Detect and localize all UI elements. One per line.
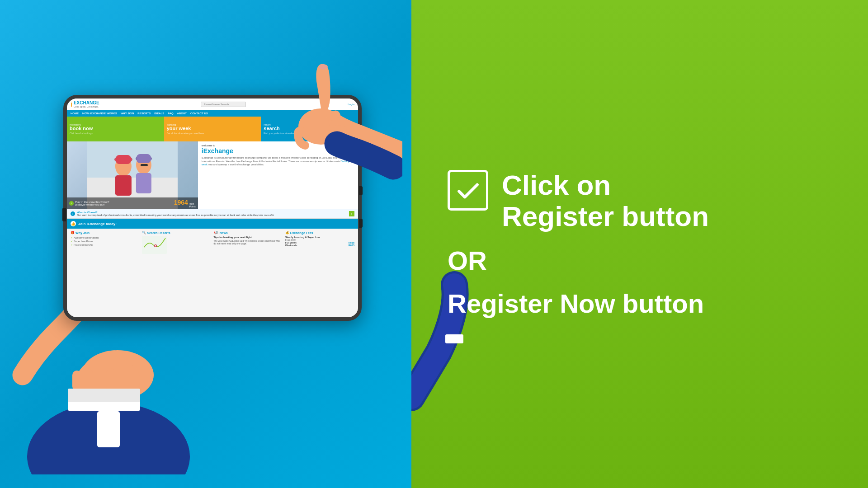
join-today-text: Join iExchange today! [78,222,117,226]
svg-rect-20 [136,173,151,193]
footer-search-resorts: 🔍 Search Resorts [142,231,211,254]
footer-item-destinations: ✓ Awesome Destinations [71,236,140,239]
banner-members-label: members [70,123,161,126]
instruction-text-block: Click on Register button [502,170,709,231]
weekends-price: R675 [349,244,354,247]
left-panel: i EXCHANGE Good Spots. Get Swaps. Login … [0,0,411,488]
or-divider: OR [448,245,709,276]
nav-resorts[interactable]: RESORTS [137,112,151,115]
register-button-label: Register button [502,201,709,232]
map-svg [142,236,167,254]
inews-title: 📢 iNews [214,231,283,235]
banner-banking[interactable]: banking your week Get all the informatio… [164,117,261,141]
nav-how[interactable]: HOW iEXCHANGE WORKS [82,112,117,115]
deals-ipoints: iPoints [189,205,196,208]
click-on-label: Click on [502,170,709,201]
exchange-fees-title: 💰 Exchange Fees [285,231,354,235]
nav-faq[interactable]: FAQ [168,112,173,115]
weekends-label: Weekends: [285,244,297,247]
ideals-icon: i [69,201,74,206]
banner-book-now-text: book now [70,126,161,131]
footer-item-membership: ✓ Free Membership [71,243,140,246]
tablet-container: i EXCHANGE Good Spots. Get Swaps. Login … [36,41,375,447]
nav-home[interactable]: HOME [71,112,79,115]
logo-i: i [71,101,72,108]
nav-ideals[interactable]: IDEALS [154,112,164,115]
banner-book-now[interactable]: members book now Click here for bookings [67,117,164,141]
checkmark-svg [456,178,481,203]
svg-rect-1 [97,411,120,447]
svg-point-11 [319,64,328,70]
svg-rect-18 [116,155,131,164]
footer-item-prices: ✓ Super Low Prices [71,239,140,243]
join-icon: 👍 [71,221,76,226]
svg-rect-6 [95,367,104,391]
svg-rect-23 [141,164,148,166]
svg-rect-16 [115,175,132,196]
check-icon-1: ✓ [71,236,73,239]
banner-book-now-sub: Click here for bookings [70,132,161,135]
nav-contact[interactable]: CONTACT US [190,112,208,115]
checkbox-icon [448,170,488,211]
right-panel: Click on Register button OR Register Now… [411,0,868,488]
check-icon-3: ✓ [71,243,73,246]
website-footer: 🎁 Why Join ✓ Awesome Destinations ✓ Supe… [67,229,358,257]
info-icon: i [71,211,75,216]
footer-why-join: 🎁 Why Join ✓ Awesome Destinations ✓ Supe… [71,231,140,254]
logo-tagline: Good Spots. Get Swaps. [74,105,99,108]
svg-point-26 [155,245,156,247]
deals-sub-text: Discover where you can! [75,203,109,206]
footer-exchange-fees: 💰 Exchange Fees Simply Amazing & Super L… [285,231,354,254]
why-join-title: 🎁 Why Join [71,231,140,235]
footer-inews: 📢 iNews Tips for booking your next fligh… [214,231,283,254]
banner-your-week-text: your week [167,126,259,131]
banner-banking-label: banking [167,123,259,126]
nav-about[interactable]: ABOUT [177,112,187,115]
svg-rect-27 [445,334,463,343]
content-image-overlay: i Play in the snow this winter? Discover… [67,197,198,209]
right-instructions: Click on Register button OR Register Now… [448,170,709,318]
svg-rect-4 [72,371,81,391]
content-hero-image: i Play in the snow this winter? Discover… [67,141,198,209]
resort-search-input[interactable] [201,102,246,107]
itravel-description: Our team is comprised of professional co… [77,214,274,216]
svg-rect-22 [137,154,151,163]
svg-rect-5 [84,368,93,391]
instruction-row-main: Click on Register button [448,170,709,231]
pointing-hand [267,63,402,221]
fees-weekends: Weekends: R675 [285,244,354,247]
register-now-button-label: Register Now button [448,289,709,318]
nav-why-join[interactable]: WHY JOIN [121,112,134,115]
svg-rect-7 [106,368,115,391]
logo-exchange: EXCHANGE [74,100,99,105]
svg-rect-9 [68,389,140,402]
inews-subtitle: Tips for booking your next flight. [214,236,283,239]
check-icon-2: ✓ [71,239,73,243]
website-logo: i EXCHANGE Good Spots. Get Swaps. [71,100,99,108]
inews-text: The wise Saint Augustine said 'The world… [214,239,283,245]
search-resorts-title: 🔍 Search Resorts [142,231,211,235]
banner-banking-sub: Get all the information you need here [167,132,259,135]
tablet-side-button [62,208,66,221]
deals-points: 1964 [174,199,188,206]
